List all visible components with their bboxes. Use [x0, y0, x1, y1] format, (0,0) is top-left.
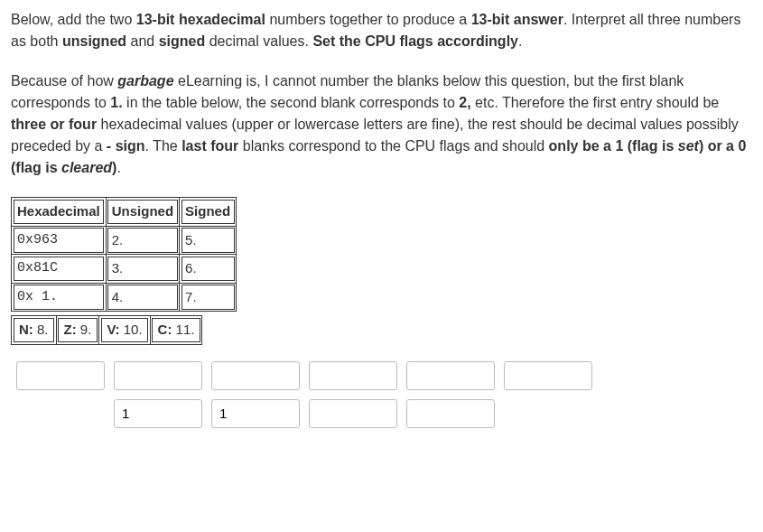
exp-text: blanks correspond to the CPU flags and s…	[238, 138, 548, 154]
flag-z: Z: 9.	[56, 316, 99, 345]
exp-bold: only be a 1 (flag is	[549, 138, 678, 154]
table-row: 0x81C 3. 6.	[12, 255, 237, 284]
intro-text: and	[126, 33, 159, 49]
answer-input-9[interactable]	[309, 399, 397, 428]
answer-input-4[interactable]	[309, 361, 397, 390]
cell-hex: 0x81C	[12, 255, 107, 284]
cell-signed: 5.	[180, 226, 237, 255]
exp-garbage: garbage	[117, 73, 173, 89]
exp-text: etc. Therefore the first entry should be	[471, 95, 720, 110]
intro-text: decimal values.	[205, 33, 312, 49]
input-row-1	[11, 361, 752, 390]
answer-input-6[interactable]	[504, 361, 592, 390]
flag-val: 8.	[37, 322, 49, 337]
col-signed: Signed	[180, 198, 237, 227]
answer-input-7[interactable]	[114, 399, 202, 428]
exp-text: Because of how	[11, 73, 117, 89]
answer-input-10[interactable]	[406, 399, 495, 428]
table-row: 0x963 2. 5.	[12, 226, 237, 255]
answer-input-1[interactable]	[16, 361, 105, 390]
cell-unsigned: 3.	[106, 255, 179, 284]
flag-c: C: 11.	[150, 316, 202, 345]
exp-italic: cleared	[61, 160, 112, 175]
flag-label: N:	[19, 322, 33, 337]
intro-paragraph: Below, add the two 13-bit hexadecimal nu…	[11, 9, 752, 52]
exp-bold: last four	[181, 138, 238, 154]
answer-input-2[interactable]	[114, 361, 202, 390]
exp-bold: 1.	[110, 95, 122, 110]
intro-bold: unsigned	[62, 33, 126, 49]
intro-bold: 13-bit hexadecimal	[136, 12, 265, 27]
exp-text: .	[116, 160, 120, 175]
flag-label: Z:	[64, 322, 77, 337]
exp-text: . The	[145, 138, 182, 154]
exp-bold: three or four	[11, 117, 97, 132]
data-table: Hexadecimal Unsigned Signed 0x963 2. 5. …	[11, 197, 237, 312]
intro-text: numbers together to produce a	[265, 12, 471, 27]
exp-text: in the table below, the second blank cor…	[123, 95, 460, 110]
flag-v: V: 10.	[99, 316, 150, 345]
table-row: 0x 1. 4. 7.	[12, 283, 237, 312]
intro-text: .	[518, 33, 522, 49]
flag-val: 9.	[80, 322, 92, 337]
cell-unsigned: 4.	[106, 283, 179, 312]
flag-label: C:	[158, 322, 172, 337]
cell-hex: 0x 1.	[12, 283, 107, 312]
cell-unsigned: 2.	[106, 226, 179, 255]
intro-text: Below, add the two	[11, 12, 136, 27]
table-header-row: Hexadecimal Unsigned Signed	[12, 198, 237, 227]
exp-bold: 2,	[459, 95, 470, 110]
answer-input-8[interactable]	[211, 399, 300, 428]
intro-bold: 13-bit answer	[471, 12, 563, 27]
answer-input-5[interactable]	[406, 361, 495, 390]
exp-italic: set	[678, 138, 699, 154]
col-unsigned: Unsigned	[106, 198, 179, 227]
flag-n: N: 8.	[12, 316, 57, 345]
input-row-2	[11, 399, 752, 428]
flag-val: 10.	[124, 322, 143, 337]
cell-signed: 7.	[180, 283, 237, 312]
flag-val: 11.	[176, 322, 195, 337]
answer-input-3[interactable]	[211, 361, 300, 390]
explanation-paragraph: Because of how garbage eLearning is, I c…	[11, 70, 752, 179]
flag-label: V:	[107, 322, 119, 337]
cell-hex: 0x963	[12, 226, 107, 255]
flags-table: N: 8. Z: 9. V: 10. C: 11.	[11, 315, 202, 345]
intro-bold: Set the CPU flags accordingly	[312, 33, 518, 49]
col-hex: Hexadecimal	[12, 198, 107, 227]
cell-signed: 6.	[180, 255, 237, 284]
intro-bold: signed	[159, 33, 206, 49]
exp-bold: - sign	[107, 138, 145, 154]
